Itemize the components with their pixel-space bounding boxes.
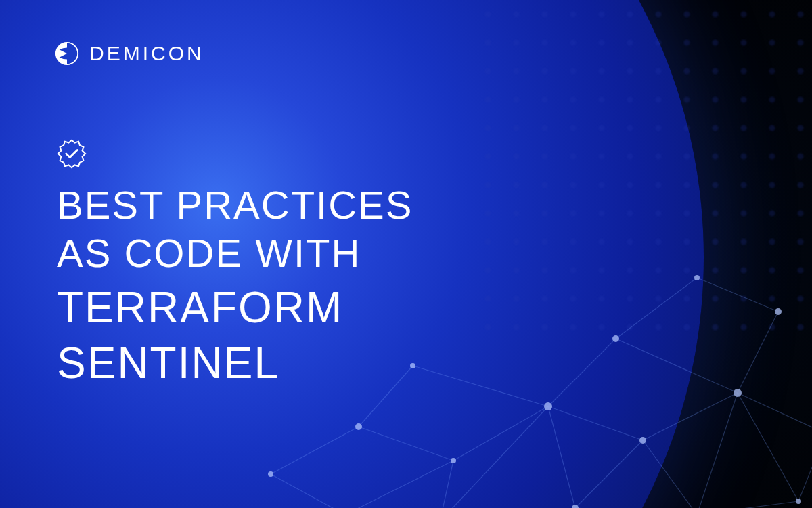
- svg-line-15: [798, 433, 812, 501]
- svg-point-40: [612, 335, 619, 342]
- svg-line-21: [616, 278, 697, 339]
- svg-line-9: [440, 406, 548, 508]
- svg-line-8: [440, 461, 453, 508]
- hero-banner: DEMICON BEST PRACTICES AS CODE WITH TERR…: [0, 0, 812, 508]
- svg-line-2: [453, 406, 548, 461]
- brand-name: DEMICON: [89, 42, 204, 65]
- svg-point-42: [775, 308, 782, 315]
- svg-line-17: [413, 366, 548, 406]
- logo-mark-icon: [54, 41, 80, 66]
- svg-line-3: [548, 406, 643, 440]
- svg-line-18: [548, 339, 616, 406]
- svg-line-26: [697, 501, 798, 508]
- verified-badge-icon: [57, 139, 87, 169]
- svg-line-4: [643, 393, 738, 440]
- svg-line-12: [643, 440, 697, 508]
- headline-line-1: BEST PRACTICES: [57, 182, 413, 230]
- svg-point-38: [796, 499, 801, 504]
- headline: BEST PRACTICES AS CODE WITH TERRAFORM SE…: [57, 182, 413, 389]
- headline-line-4: SENTINEL: [57, 337, 413, 389]
- headline-line-2: AS CODE WITH: [57, 230, 413, 278]
- svg-point-28: [355, 423, 362, 430]
- svg-line-7: [345, 461, 453, 508]
- headline-line-3: TERRAFORM: [57, 282, 413, 334]
- svg-point-41: [694, 275, 700, 280]
- brand-logo: DEMICON: [54, 41, 204, 66]
- svg-point-30: [544, 402, 552, 410]
- svg-point-31: [639, 437, 646, 444]
- svg-point-29: [451, 458, 456, 463]
- svg-line-20: [738, 312, 778, 393]
- svg-line-10: [548, 406, 575, 508]
- svg-line-14: [738, 393, 798, 501]
- svg-point-27: [268, 471, 273, 477]
- svg-line-19: [616, 339, 738, 393]
- svg-line-11: [575, 440, 643, 508]
- svg-line-1: [359, 427, 453, 461]
- svg-line-22: [697, 278, 778, 312]
- svg-line-0: [271, 427, 359, 474]
- svg-point-32: [734, 389, 742, 397]
- svg-line-6: [271, 474, 345, 508]
